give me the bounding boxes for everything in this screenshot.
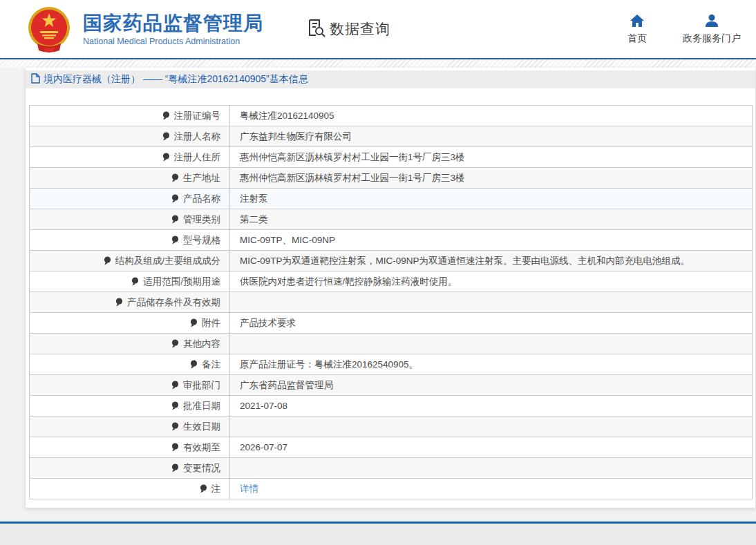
footer — [0, 524, 756, 545]
row-label: 批准日期 — [183, 401, 220, 411]
row-value: 惠州仲恺高新区沥林镇罗村村工业园一街1号厂房三3楼 — [240, 152, 465, 162]
row-value: 注射泵 — [240, 193, 268, 204]
document-icon — [31, 73, 40, 86]
row-label: 型号规格 — [183, 235, 220, 245]
row-label: 注册人住所 — [174, 152, 221, 162]
nav-gov-portal-label: 政务服务门户 — [683, 32, 741, 45]
table-row: 注 详情 — [30, 479, 753, 499]
row-label: 生效日期 — [183, 421, 220, 432]
note-icon — [171, 194, 179, 205]
row-label: 结构及组成/主要组成成分 — [115, 256, 220, 266]
row-value: MIC-09TP为双通道靶控注射泵，MIC-09NP为双通道恒速注射泵。主要由电… — [240, 256, 690, 266]
table-row: 适用范围/预期用途 供医院内对患者进行恒速/靶控静脉输注药液时使用。 — [30, 271, 753, 292]
breadcrumb-text: 境内医疗器械（注册） —— “粤械注准20162140905”基本信息 — [44, 73, 308, 86]
note-icon — [171, 236, 179, 247]
row-value: 广东益邦生物医疗有限公司 — [240, 131, 352, 142]
note-icon — [131, 277, 139, 288]
row-label: 其他内容 — [183, 338, 220, 349]
document-search-icon — [306, 18, 325, 40]
row-label: 注册证编号 — [174, 111, 221, 121]
nav-gov-portal[interactable]: 政务服务门户 — [683, 14, 741, 45]
table-row: 产品储存条件及有效期 — [30, 292, 753, 313]
row-value: 粤械注准20162140905 — [240, 111, 334, 121]
note-icon — [104, 256, 111, 267]
table-row: 变更情况 — [30, 458, 753, 479]
row-label: 变更情况 — [183, 463, 220, 473]
data-query-link[interactable]: 数据查询 — [306, 18, 390, 40]
row-value: 惠州仲恺高新区沥林镇罗村村工业园一街1号厂房三3楼 — [240, 173, 465, 183]
site-subtitle: National Medical Products Administration — [83, 37, 263, 46]
table-body: 注册证编号 粤械注准20162140905 注册人名称 广东益邦生物医疗有限公司 — [30, 106, 753, 499]
note-icon — [171, 401, 179, 412]
row-label: 适用范围/预期用途 — [143, 276, 220, 287]
table-row: 注册人名称 广东益邦生物医疗有限公司 — [30, 126, 753, 147]
note-icon — [171, 215, 179, 226]
table-row: 产品名称 注射泵 — [30, 189, 753, 209]
detail-link[interactable]: 详情 — [240, 484, 258, 494]
table-row: 审批部门 广东省药品监督管理局 — [30, 375, 753, 396]
user-icon — [704, 14, 719, 30]
note-icon — [162, 153, 170, 164]
note-icon — [171, 443, 179, 454]
note-icon — [200, 484, 207, 495]
nmpa-emblem-logo — [23, 5, 75, 53]
table-row: 批准日期 2021-07-08 — [30, 396, 753, 417]
note-icon — [171, 422, 179, 433]
row-label: 管理类别 — [183, 214, 220, 224]
note-icon — [171, 381, 179, 392]
breadcrumb: 境内医疗器械（注册） —— “粤械注准20162140905”基本信息 — [26, 70, 755, 88]
note-icon — [162, 111, 170, 122]
note-icon — [171, 463, 179, 475]
row-label: 附件 — [202, 318, 220, 328]
row-label: 备注 — [202, 359, 220, 370]
header-nav: 首页 政务服务门户 — [621, 14, 741, 45]
table-row: 结构及组成/主要组成成分 MIC-09TP为双通道靶控注射泵，MIC-09NP为… — [30, 251, 753, 271]
row-value: 第二类 — [240, 214, 268, 224]
table-row: 备注 原产品注册证号：粤械注准20162540905。 — [30, 354, 753, 375]
note-icon — [171, 339, 179, 350]
table-row: 生效日期 — [30, 417, 753, 437]
row-label: 注 — [211, 484, 221, 494]
row-value: 原产品注册证号：粤械注准20162540905。 — [240, 359, 418, 370]
note-icon — [190, 360, 198, 371]
row-label: 生产地址 — [183, 173, 220, 183]
table-row: 管理类别 第二类 — [30, 209, 753, 230]
table-row: 型号规格 MIC-09TP、MIC-09NP — [30, 230, 753, 251]
row-value: 产品技术要求 — [240, 318, 296, 328]
table-row: 附件 产品技术要求 — [30, 313, 753, 334]
row-value: MIC-09TP、MIC-09NP — [240, 235, 335, 245]
site-title: 国家药品监督管理局 — [83, 12, 263, 35]
table-row: 有效期至 2026-07-07 — [30, 437, 753, 458]
nav-home[interactable]: 首页 — [621, 14, 654, 45]
row-value: 2026-07-07 — [240, 442, 287, 452]
table-row: 其他内容 — [30, 334, 753, 354]
row-label: 注册人名称 — [174, 131, 221, 142]
data-query-label: 数据查询 — [330, 19, 390, 39]
note-icon — [171, 173, 179, 184]
row-label: 产品名称 — [183, 193, 220, 204]
note-icon — [162, 132, 170, 143]
content-card: 境内医疗器械（注册） —— “粤械注准20162140905”基本信息 注册证编… — [26, 68, 755, 508]
nav-home-label: 首页 — [627, 32, 647, 45]
row-label: 产品储存条件及有效期 — [127, 297, 220, 307]
row-value: 2021-07-08 — [240, 401, 287, 411]
table-row: 注册证编号 粤械注准20162140905 — [30, 106, 753, 126]
decorative-stripe-band — [0, 59, 756, 68]
registration-info-table: 注册证编号 粤械注准20162140905 注册人名称 广东益邦生物医疗有限公司 — [29, 105, 753, 499]
row-value: 供医院内对患者进行恒速/靶控静脉输注药液时使用。 — [240, 276, 457, 287]
row-value: 广东省药品监督管理局 — [240, 380, 333, 390]
note-icon — [115, 298, 123, 309]
row-label: 审批部门 — [183, 380, 220, 390]
table-row: 生产地址 惠州仲恺高新区沥林镇罗村村工业园一街1号厂房三3楼 — [30, 168, 753, 189]
note-icon — [190, 318, 198, 329]
table-row: 注册人住所 惠州仲恺高新区沥林镇罗村村工业园一街1号厂房三3楼 — [30, 147, 753, 168]
home-icon — [630, 14, 645, 30]
row-label: 有效期至 — [183, 442, 220, 452]
site-title-block: 国家药品监督管理局 National Medical Products Admi… — [83, 12, 263, 46]
page-header: 国家药品监督管理局 National Medical Products Admi… — [0, 0, 756, 59]
